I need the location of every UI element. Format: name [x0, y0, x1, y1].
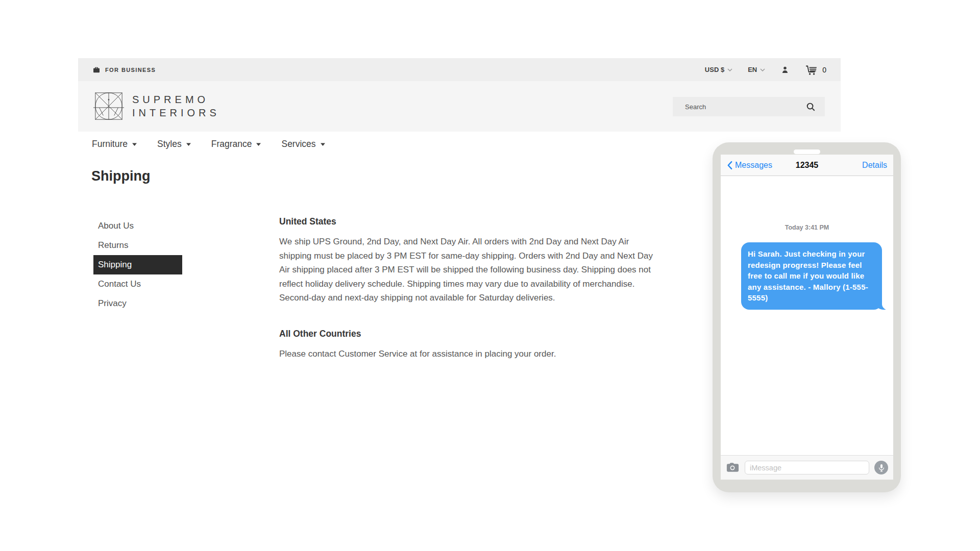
for-business-label: FOR BUSINESS — [105, 67, 156, 73]
nav-item-styles[interactable]: Styles — [157, 139, 191, 149]
for-business-link[interactable]: FOR BUSINESS — [92, 66, 156, 74]
nav-label: Styles — [157, 139, 182, 149]
message-composer — [721, 455, 893, 480]
camera-icon[interactable] — [726, 463, 740, 473]
phone-speaker — [794, 149, 820, 154]
brand-line-2: INTERIORS — [132, 107, 220, 119]
chevron-left-icon — [727, 161, 732, 170]
nav-label: Furniture — [92, 139, 128, 149]
sidebar-nav: About Us Returns Shipping Contact Us Pri… — [93, 216, 182, 313]
brand-name: SUPREMO INTERIORS — [132, 94, 220, 119]
voice-memo-button[interactable] — [874, 461, 888, 474]
phone-mockup: Messages 12345 Details Today 3:41 PM Hi … — [713, 142, 901, 492]
messages-back-button[interactable]: Messages — [727, 161, 772, 170]
brand-row: SUPREMO INTERIORS — [78, 81, 841, 132]
chevron-down-icon — [727, 68, 732, 71]
chat-area: Today 3:41 PM Hi Sarah. Just checking in… — [721, 176, 893, 455]
imessage-input[interactable] — [745, 461, 869, 474]
briefcase-icon — [92, 66, 101, 74]
messages-back-label: Messages — [735, 161, 772, 170]
microphone-icon — [878, 464, 885, 472]
supremo-logo-mark-icon — [92, 91, 125, 122]
currency-selector[interactable]: USD $ — [705, 66, 732, 73]
sidebar-item-about-us[interactable]: About Us — [93, 216, 182, 236]
language-label: EN — [748, 66, 757, 73]
search-input[interactable] — [685, 103, 806, 111]
account-button[interactable] — [780, 65, 790, 74]
chevron-down-icon — [760, 68, 765, 71]
section-all-other-countries: All Other Countries Please contact Custo… — [279, 329, 662, 361]
brand-logo[interactable]: SUPREMO INTERIORS — [92, 91, 220, 122]
sidebar-item-contact-us[interactable]: Contact Us — [93, 274, 182, 294]
sidebar-item-shipping[interactable]: Shipping — [93, 255, 182, 274]
cart-button[interactable]: 0 — [805, 64, 826, 76]
user-icon — [780, 65, 790, 74]
nav-item-fragrance[interactable]: Fragrance — [211, 139, 261, 149]
cart-icon — [805, 64, 818, 76]
nav-item-services[interactable]: Services — [281, 139, 325, 149]
caret-down-icon — [321, 143, 325, 146]
shipping-content: United States We ship UPS Ground, 2nd Da… — [279, 216, 662, 361]
message-timestamp: Today 3:41 PM — [721, 224, 893, 231]
section-heading: All Other Countries — [279, 329, 662, 339]
section-heading: United States — [279, 216, 662, 227]
phone-screen: Messages 12345 Details Today 3:41 PM Hi … — [721, 155, 893, 480]
sidebar-item-privacy[interactable]: Privacy — [93, 294, 182, 313]
caret-down-icon — [186, 143, 191, 146]
currency-label: USD $ — [705, 66, 724, 73]
search-icon[interactable] — [806, 102, 816, 112]
section-body: We ship UPS Ground, 2nd Day, and Next Da… — [279, 235, 662, 305]
caret-down-icon — [256, 143, 261, 146]
nav-label: Fragrance — [211, 139, 252, 149]
messages-header: Messages 12345 Details — [721, 155, 893, 176]
search-box — [673, 97, 825, 116]
brand-line-1: SUPREMO — [132, 94, 220, 106]
main-navigation: Furniture Styles Fragrance Services — [92, 139, 325, 149]
nav-item-furniture[interactable]: Furniture — [92, 139, 137, 149]
message-bubble: Hi Sarah. Just checking in your redesign… — [741, 242, 882, 310]
page-title: Shipping — [91, 168, 150, 184]
utility-topbar: FOR BUSINESS USD $ EN — [78, 58, 841, 81]
language-selector[interactable]: EN — [748, 66, 765, 73]
cart-count-badge: 0 — [822, 66, 826, 74]
caret-down-icon — [132, 143, 137, 146]
nav-label: Services — [281, 139, 315, 149]
section-united-states: United States We ship UPS Ground, 2nd Da… — [279, 216, 662, 305]
site-header: FOR BUSINESS USD $ EN — [78, 58, 841, 132]
section-body: Please contact Customer Service at for a… — [279, 347, 662, 361]
sidebar-item-returns[interactable]: Returns — [93, 236, 182, 255]
page: FOR BUSINESS USD $ EN — [0, 0, 980, 551]
topbar-actions: USD $ EN — [705, 64, 826, 76]
details-button[interactable]: Details — [862, 161, 887, 170]
